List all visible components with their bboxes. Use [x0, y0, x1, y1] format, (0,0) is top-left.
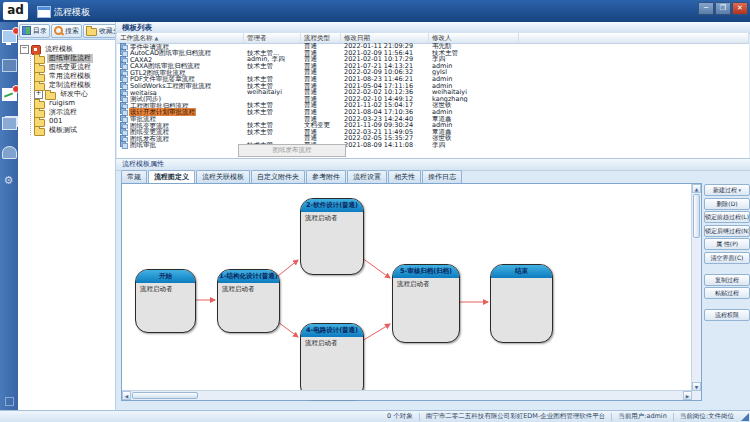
tab-6[interactable]: 相关性 — [388, 170, 421, 183]
vertical-scroll-thumb[interactable] — [693, 194, 700, 238]
sidebar-tab-label: 目录 — [33, 26, 47, 36]
flow-node-0[interactable]: 开始流程启动者 — [135, 269, 196, 333]
table-cell: 2021-08-04 17:10:36 — [341, 109, 429, 116]
flow-node-title: 开始 — [136, 270, 195, 283]
tree-item[interactable]: 001 — [34, 117, 113, 126]
collapse-icon[interactable]: − — [20, 45, 29, 54]
catalog-icon — [22, 26, 31, 35]
lock-successor-button[interactable]: 锁定后继过程(N) — [704, 225, 750, 237]
table-cell: 2022-02-02 10:12:36 — [341, 89, 429, 96]
table-cell: 2021-11-02 15:04:17 — [341, 102, 429, 109]
tree-item-label: 图纸变更流程 — [47, 63, 93, 72]
table-cell: gylsl — [429, 69, 519, 76]
drag-ghost-label: 图纸发布流程 — [238, 144, 346, 157]
tree-item[interactable]: +研发中心 — [34, 90, 113, 99]
tree-item[interactable]: ruigism — [34, 99, 113, 108]
scroll-down-icon[interactable]: ▼ — [692, 382, 701, 391]
flow-node-owner: 流程启动者 — [136, 283, 195, 296]
flow-canvas[interactable]: 开始流程启动者1-结构化设计(普通)流程启动者2-软件设计(普通)流程启动者4-… — [121, 183, 702, 401]
users-icon[interactable] — [2, 146, 17, 159]
table-cell: 普通 — [301, 83, 341, 90]
flow-node-5[interactable]: 结束 — [490, 264, 553, 343]
tree-item-label: 研发中心 — [58, 90, 90, 99]
sidebar-tab-1[interactable]: 搜索 — [51, 24, 82, 38]
sidebar-tab-0[interactable]: 目录 — [19, 24, 50, 38]
table-cell: admin — [429, 109, 519, 116]
gear-icon[interactable] — [3, 175, 16, 186]
table-cell: 2022-03-21 11:49:05 — [341, 129, 429, 136]
main-panel: 模板列表 工作流名称▲管理者流程类型修改日期修改人 零件申请流程普通2022-0… — [115, 22, 750, 410]
expand-icon[interactable]: + — [34, 90, 43, 99]
properties-button[interactable]: 属 性(P) — [704, 238, 750, 250]
folder-icon — [45, 92, 56, 100]
tree-item[interactable]: 常用流程模板 — [34, 72, 113, 81]
table-cell: 张世铁 — [429, 102, 519, 109]
tab-3[interactable]: 自定义附件夹 — [251, 170, 305, 183]
clear-canvas-button[interactable]: 清空界面(C) — [704, 252, 750, 264]
tab-1[interactable]: 流程图定义 — [148, 170, 195, 183]
workflow-table: 工作流名称▲管理者流程类型修改日期修改人 零件申请流程普通2022-01-11 … — [117, 33, 749, 158]
column-header[interactable]: 修改人 — [429, 33, 519, 43]
tree-item[interactable]: 演示流程 — [34, 108, 113, 117]
scroll-up-icon[interactable]: ▲ — [692, 184, 701, 193]
column-header-filler — [519, 33, 749, 43]
flow-node-1[interactable]: 1-结构化设计(普通)流程启动者 — [217, 269, 280, 333]
column-header[interactable]: 流程类型 — [301, 33, 341, 43]
table-cell: 2021-05-04 17:11:16 — [341, 83, 429, 90]
copy-process-button[interactable]: 复制过程 — [704, 274, 750, 286]
tab-7[interactable]: 操作日志 — [422, 170, 462, 183]
flow-node-3[interactable]: 4-电路设计(普通)流程启动者 — [300, 323, 364, 399]
table-row[interactable]: 图纸审批技术主管...普通2021-08-09 14:11:08李四 — [117, 142, 749, 149]
tab-5[interactable]: 流程设置 — [347, 170, 387, 183]
process-permission-button[interactable]: 流程权限 — [704, 309, 750, 321]
sidebar-toolbar: 目录搜索收藏夹 — [18, 22, 115, 40]
table-cell: 普通 — [301, 109, 341, 116]
table-cell: 2021-11-09 09:30:24 — [341, 122, 429, 129]
delete-button[interactable]: 删除(D) — [704, 198, 750, 210]
company-platform-label: 南宁市二零二五科技有限公司彩虹EDM-企业图档管理软件平台 — [426, 412, 606, 421]
table-cell: 2022-02-10 14:49:12 — [341, 96, 429, 103]
rail-bottom-icon[interactable] — [5, 397, 14, 406]
tree-item[interactable]: 图纸审批流程 — [34, 54, 113, 63]
statusbar: 0 个对象 南宁市二零二五科技有限公司彩虹EDM-企业图档管理软件平台 当前用户… — [0, 410, 750, 422]
close-button[interactable]: ✕ — [732, 2, 748, 15]
table-cell: 2021-08-09 14:11:08 — [341, 142, 429, 149]
scroll-left-icon[interactable]: ◀ — [122, 391, 131, 400]
horizontal-scroll-thumb[interactable] — [132, 392, 198, 399]
screen-icon[interactable] — [2, 59, 17, 72]
flow-node-4[interactable]: 5-审核归档(归档)流程启动者 — [392, 264, 460, 343]
lock-predecessor-button[interactable]: 锁定前趋过程(L) — [704, 211, 750, 223]
maximize-button[interactable]: ❐ — [715, 2, 731, 15]
tab-4[interactable]: 参考附件 — [306, 170, 346, 183]
tree-item[interactable]: 图纸变更流程 — [34, 63, 113, 72]
tree-item[interactable]: 定制流程模板 — [34, 81, 113, 90]
column-header[interactable]: 修改日期 — [341, 33, 429, 43]
resize-grip[interactable] — [741, 413, 749, 421]
chart-icon[interactable] — [2, 88, 17, 101]
paste-process-button[interactable]: 粘贴过程 — [704, 287, 750, 299]
canvas-horizontal-scrollbar[interactable]: ◀ ▶ — [122, 390, 692, 400]
flow-node-title: 1-结构化设计(普通) — [218, 270, 279, 283]
copy-icon[interactable] — [2, 117, 17, 130]
scroll-right-icon[interactable]: ▶ — [683, 391, 692, 400]
column-header[interactable]: 管理者 — [244, 33, 301, 43]
canvas-vertical-scrollbar[interactable]: ▲ ▼ — [691, 184, 701, 391]
table-cell: 李四 — [429, 142, 519, 149]
tree-root[interactable]: − 流程模板 — [20, 45, 113, 54]
tree-item-label: 定制流程模板 — [47, 81, 93, 90]
object-count: 0 个对象 — [387, 412, 413, 421]
table-cell: 技术主管 — [244, 83, 301, 90]
table-cell: 普通 — [301, 43, 341, 50]
table-cell: 技术主管 — [244, 63, 301, 70]
folder-icon — [34, 83, 45, 91]
tab-2[interactable]: 流程关联模板 — [196, 170, 250, 183]
minimize-button[interactable]: ─ — [698, 2, 714, 15]
tree-item-label: 模板测试 — [47, 126, 79, 135]
window-title: 流程模板 — [54, 6, 90, 19]
flow-node-2[interactable]: 2-软件设计(普通)流程启动者 — [300, 198, 364, 275]
tab-0[interactable]: 常规 — [121, 170, 147, 183]
tree-item[interactable]: 模板测试 — [34, 126, 113, 135]
new-process-button[interactable]: 新建过程 ▾ — [704, 184, 750, 196]
column-header[interactable]: 工作流名称▲ — [117, 33, 244, 43]
monitor-icon[interactable] — [2, 30, 17, 43]
